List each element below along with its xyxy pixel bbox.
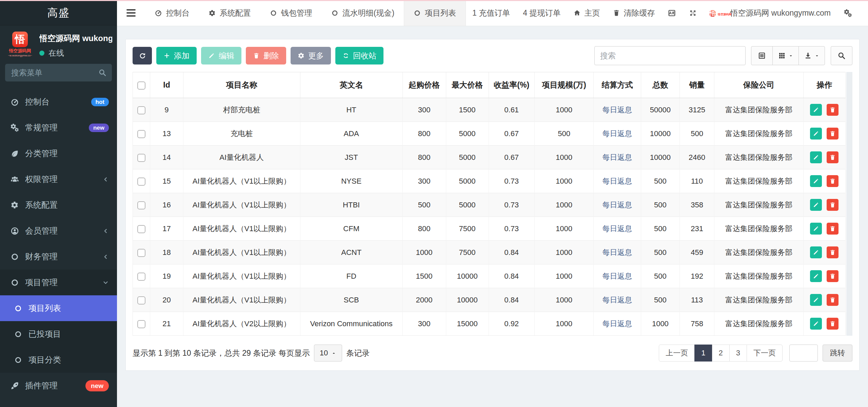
col-insurer[interactable]: 保险公司 xyxy=(714,72,804,98)
sidebar-item-project-category[interactable]: 项目分类 xyxy=(0,347,117,373)
row-delete-button[interactable] xyxy=(827,318,839,330)
sidebar-item-category[interactable]: 分类管理 xyxy=(0,141,117,166)
col-total[interactable]: 总数 xyxy=(641,72,679,98)
settle-link[interactable]: 每日返息 xyxy=(603,319,632,328)
settle-link[interactable]: 每日返息 xyxy=(603,129,632,138)
select-all-checkbox[interactable] xyxy=(137,81,145,90)
sidebar-item-projects[interactable]: 项目管理 xyxy=(0,270,117,295)
col-sales[interactable]: 销量 xyxy=(679,72,714,98)
sidebar-item-finance[interactable]: 财务管理 xyxy=(0,244,117,270)
row-edit-button[interactable] xyxy=(810,223,822,235)
settle-link[interactable]: 每日返息 xyxy=(603,201,632,209)
sidebar-item-sysconfig[interactable]: 系统配置 xyxy=(0,192,117,218)
advanced-search-button[interactable] xyxy=(831,46,852,65)
sidebar-item-plugins[interactable]: 插件管理 new xyxy=(0,373,117,399)
table-row[interactable]: 16 AI量化机器人（V1以上限购） HTBI 500 5000 0.73 10… xyxy=(133,193,846,217)
sidebar-toggle-button[interactable] xyxy=(117,0,145,26)
row-delete-button[interactable] xyxy=(827,104,839,116)
row-edit-button[interactable] xyxy=(810,104,822,116)
more-button[interactable]: 更多 xyxy=(291,47,331,64)
table-row[interactable]: 15 AI量化机器人（V1以上限购） NYSE 300 5000 0.73 10… xyxy=(133,169,846,193)
settle-link[interactable]: 每日返息 xyxy=(603,296,632,304)
row-edit-button[interactable] xyxy=(810,294,822,306)
table-row[interactable]: 21 AI量化机器人（V2以上限购） Verizon Communication… xyxy=(133,312,846,336)
col-min-price[interactable]: 起购价格 xyxy=(402,72,446,98)
row-checkbox[interactable] xyxy=(137,106,145,114)
settle-link[interactable]: 每日返息 xyxy=(603,272,632,280)
row-checkbox[interactable] xyxy=(137,320,145,328)
next-page-button[interactable]: 下一页 xyxy=(747,345,783,362)
table-row[interactable]: 14 AI量化机器人 JST 800 5000 0.67 1000 每日返息 1… xyxy=(133,146,846,169)
sidebar-item-auth[interactable]: 权限管理 xyxy=(0,166,117,192)
tab-cash-flow[interactable]: 流水明细(现金) xyxy=(322,0,404,26)
table-search-input[interactable] xyxy=(594,46,746,65)
home-link[interactable]: 主页 xyxy=(567,8,606,18)
sidebar-item-dashboard[interactable]: 控制台 hot xyxy=(0,89,117,115)
row-delete-button[interactable] xyxy=(827,175,839,187)
page-button-3[interactable]: 3 xyxy=(729,345,747,362)
row-edit-button[interactable] xyxy=(810,318,822,330)
col-id[interactable]: Id xyxy=(150,72,183,98)
row-checkbox[interactable] xyxy=(137,296,145,304)
col-settle[interactable]: 结算方式 xyxy=(594,72,641,98)
row-checkbox[interactable] xyxy=(137,201,145,209)
delete-button[interactable]: 删除 xyxy=(246,47,286,64)
sidebar-item-project-list[interactable]: 项目列表 xyxy=(0,295,117,321)
table-scrollbar-gutter[interactable] xyxy=(846,72,852,336)
fullscreen-button[interactable] xyxy=(683,9,703,17)
col-name[interactable]: 项目名称 xyxy=(183,72,300,98)
row-checkbox[interactable] xyxy=(137,249,145,257)
row-delete-button[interactable] xyxy=(827,199,839,211)
row-edit-button[interactable] xyxy=(810,151,822,163)
row-checkbox[interactable] xyxy=(137,225,145,233)
export-button[interactable] xyxy=(798,46,825,65)
toggle-view-button[interactable] xyxy=(751,46,773,65)
row-checkbox[interactable] xyxy=(137,154,145,162)
recharge-orders-link[interactable]: 1 充值订单 xyxy=(466,8,516,18)
col-rate[interactable]: 收益率(%) xyxy=(489,72,534,98)
sidebar-item-invested-projects[interactable]: 已投项目 xyxy=(0,321,117,347)
table-row[interactable]: 20 AI量化机器人（V1以上限购） SCB 2000 10000 0.84 1… xyxy=(133,288,846,312)
row-delete-button[interactable] xyxy=(827,270,839,282)
settle-link[interactable]: 每日返息 xyxy=(603,224,632,233)
settle-link[interactable]: 每日返息 xyxy=(603,177,632,185)
table-row[interactable]: 13 充电桩 ADA 800 5000 0.67 500 每日返息 10000 … xyxy=(133,122,846,146)
row-delete-button[interactable] xyxy=(827,128,839,140)
add-button[interactable]: 添加 xyxy=(156,47,197,64)
tab-dashboard[interactable]: 控制台 xyxy=(145,0,199,26)
row-checkbox[interactable] xyxy=(137,130,145,138)
tab-project-list[interactable]: 项目列表 xyxy=(404,0,466,26)
col-scale[interactable]: 项目规模(万) xyxy=(534,72,594,98)
row-delete-button[interactable] xyxy=(827,294,839,306)
row-delete-button[interactable] xyxy=(827,223,839,235)
tab-sysconfig[interactable]: 系统配置 xyxy=(199,0,260,26)
withdraw-orders-link[interactable]: 4 提现订单 xyxy=(516,8,567,18)
sidebar-item-general[interactable]: 常规管理 new xyxy=(0,115,117,141)
row-delete-button[interactable] xyxy=(827,151,839,163)
page-size-dropdown[interactable]: 10 xyxy=(314,345,342,362)
jump-page-input[interactable] xyxy=(789,345,818,362)
prev-page-button[interactable]: 上一页 xyxy=(659,345,695,362)
col-en-name[interactable]: 英文名 xyxy=(300,72,402,98)
col-max-price[interactable]: 最大价格 xyxy=(446,72,489,98)
columns-button[interactable] xyxy=(772,46,799,65)
table-row[interactable]: 18 AI量化机器人（V1以上限购） ACNT 1000 7500 0.84 1… xyxy=(133,241,846,264)
refresh-button[interactable] xyxy=(133,47,152,64)
recycle-bin-button[interactable]: 回收站 xyxy=(335,47,383,64)
page-button-1[interactable]: 1 xyxy=(694,345,712,362)
edit-button[interactable]: 编辑 xyxy=(201,47,241,64)
row-checkbox[interactable] xyxy=(137,178,145,186)
settle-link[interactable]: 每日返息 xyxy=(603,153,632,162)
row-checkbox[interactable] xyxy=(137,273,145,281)
language-button[interactable] xyxy=(661,9,683,17)
settle-link[interactable]: 每日返息 xyxy=(603,106,632,114)
page-button-2[interactable]: 2 xyxy=(712,345,730,362)
table-row[interactable]: 19 AI量化机器人（V1以上限购） FD 1500 10000 0.84 10… xyxy=(133,264,846,288)
row-edit-button[interactable] xyxy=(810,246,822,258)
jump-button[interactable]: 跳转 xyxy=(823,345,852,362)
tab-wallet[interactable]: 钱包管理 xyxy=(260,0,322,26)
row-edit-button[interactable] xyxy=(810,199,822,211)
table-row[interactable]: 17 AI量化机器人（V1以上限购） CFM 800 7500 0.73 100… xyxy=(133,217,846,241)
row-edit-button[interactable] xyxy=(810,175,822,187)
menu-search-input[interactable] xyxy=(5,64,112,81)
